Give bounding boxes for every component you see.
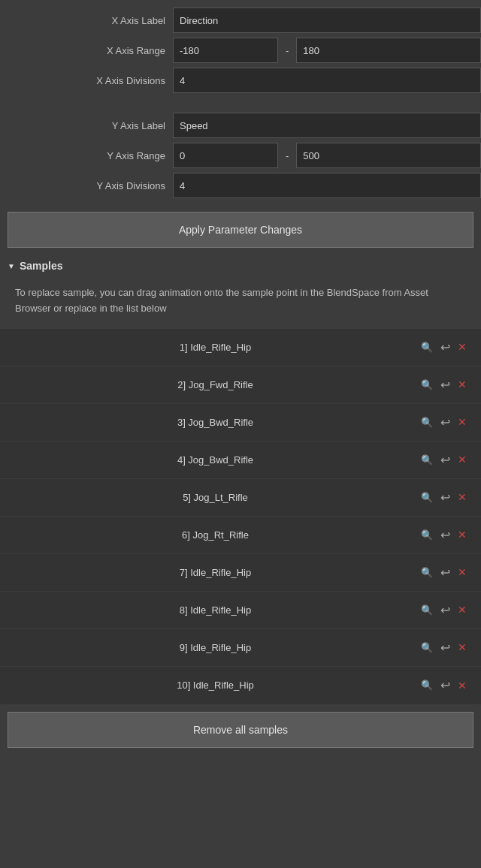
search-icon[interactable]: 🔍 bbox=[419, 565, 435, 580]
sample-name: 5] Jog_Lt_Rifle bbox=[12, 492, 419, 503]
replace-icon[interactable]: ↩ bbox=[438, 451, 452, 469]
y-axis-divisions-row: Y Axis Divisions bbox=[0, 171, 481, 200]
replace-icon[interactable]: ↩ bbox=[438, 526, 452, 544]
sample-name: 9] Idle_Rifle_Hip bbox=[12, 642, 419, 653]
list-item: 7] Idle_Rifle_Hip🔍↩✕ bbox=[0, 554, 481, 592]
search-icon[interactable]: 🔍 bbox=[419, 340, 435, 354]
delete-icon[interactable]: ✕ bbox=[455, 640, 469, 655]
list-item: 5] Jog_Lt_Rifle🔍↩✕ bbox=[0, 479, 481, 517]
replace-icon[interactable]: ↩ bbox=[438, 677, 452, 694]
sample-name: 10] Idle_Rifle_Hip bbox=[12, 680, 419, 691]
delete-icon[interactable]: ✕ bbox=[455, 527, 469, 542]
y-axis-section: Y Axis Label Y Axis Range - Y Axis Divis… bbox=[0, 105, 481, 204]
x-axis-range-group: - bbox=[173, 38, 481, 63]
search-icon[interactable]: 🔍 bbox=[419, 640, 435, 655]
x-axis-label-row: X Axis Label bbox=[0, 6, 481, 35]
search-icon[interactable]: 🔍 bbox=[419, 415, 435, 429]
replace-icon[interactable]: ↩ bbox=[438, 564, 452, 581]
x-axis-range-row: X Axis Range - bbox=[0, 36, 481, 65]
x-axis-range-max-input[interactable] bbox=[296, 38, 481, 63]
y-axis-range-row: Y Axis Range - bbox=[0, 141, 481, 170]
sample-actions: 🔍↩✕ bbox=[419, 339, 469, 356]
sample-actions: 🔍↩✕ bbox=[419, 376, 469, 393]
y-axis-range-separator: - bbox=[278, 150, 296, 161]
delete-icon[interactable]: ✕ bbox=[455, 490, 469, 505]
samples-section: ▼ Samples To replace sample, you can dra… bbox=[0, 255, 481, 704]
y-axis-range-label: Y Axis Range bbox=[0, 150, 173, 161]
apply-parameter-changes-button[interactable]: Apply Parameter Changes bbox=[8, 212, 473, 248]
sample-name: 3] Jog_Bwd_Rifle bbox=[12, 417, 419, 428]
list-item: 3] Jog_Bwd_Rifle🔍↩✕ bbox=[0, 404, 481, 442]
x-axis-label-input[interactable] bbox=[173, 8, 481, 33]
sample-name: 2] Jog_Fwd_Rifle bbox=[12, 379, 419, 390]
samples-header: ▼ Samples bbox=[0, 255, 481, 276]
sample-name: 7] Idle_Rifle_Hip bbox=[12, 567, 419, 578]
search-icon[interactable]: 🔍 bbox=[419, 453, 435, 467]
sample-name: 4] Jog_Bwd_Rifle bbox=[12, 454, 419, 466]
search-icon[interactable]: 🔍 bbox=[419, 378, 435, 392]
y-axis-range-group: - bbox=[173, 143, 481, 168]
x-axis-section: X Axis Label X Axis Range - X Axis Divis… bbox=[0, 0, 481, 99]
samples-title: Samples bbox=[20, 260, 63, 272]
search-icon[interactable]: 🔍 bbox=[419, 490, 435, 505]
samples-hint: To replace sample, you can drag animatio… bbox=[0, 276, 481, 329]
list-item: 2] Jog_Fwd_Rifle🔍↩✕ bbox=[0, 366, 481, 404]
y-axis-range-min-input[interactable] bbox=[173, 143, 278, 168]
delete-icon[interactable]: ✕ bbox=[455, 452, 469, 467]
list-item: 10] Idle_Rifle_Hip🔍↩✕ bbox=[0, 667, 481, 704]
x-axis-divisions-label: X Axis Divisions bbox=[0, 75, 173, 86]
collapse-icon: ▼ bbox=[8, 262, 15, 270]
sample-actions: 🔍↩✕ bbox=[419, 526, 469, 544]
list-item: 6] Jog_Rt_Rifle🔍↩✕ bbox=[0, 517, 481, 554]
search-icon[interactable]: 🔍 bbox=[419, 528, 435, 542]
sample-name: 6] Jog_Rt_Rifle bbox=[12, 529, 419, 541]
y-axis-range-max-input[interactable] bbox=[296, 143, 481, 168]
replace-icon[interactable]: ↩ bbox=[438, 601, 452, 619]
delete-icon[interactable]: ✕ bbox=[455, 339, 469, 354]
delete-icon[interactable]: ✕ bbox=[455, 414, 469, 429]
sample-actions: 🔍↩✕ bbox=[419, 601, 469, 619]
y-axis-divisions-label: Y Axis Divisions bbox=[0, 180, 173, 191]
delete-icon[interactable]: ✕ bbox=[455, 565, 469, 580]
sample-actions: 🔍↩✕ bbox=[419, 489, 469, 506]
search-icon[interactable]: 🔍 bbox=[419, 678, 435, 692]
x-axis-range-separator: - bbox=[278, 45, 296, 56]
x-axis-divisions-input[interactable] bbox=[173, 68, 481, 93]
search-icon[interactable]: 🔍 bbox=[419, 603, 435, 617]
delete-icon[interactable]: ✕ bbox=[455, 377, 469, 392]
sample-actions: 🔍↩✕ bbox=[419, 414, 469, 431]
y-axis-label-input[interactable] bbox=[173, 113, 481, 138]
x-axis-range-label: X Axis Range bbox=[0, 45, 173, 56]
sample-actions: 🔍↩✕ bbox=[419, 451, 469, 469]
list-item: 9] Idle_Rifle_Hip🔍↩✕ bbox=[0, 629, 481, 667]
sample-actions: 🔍↩✕ bbox=[419, 677, 469, 694]
y-axis-divisions-input[interactable] bbox=[173, 173, 481, 198]
replace-icon[interactable]: ↩ bbox=[438, 639, 452, 656]
sample-name: 1] Idle_Rifle_Hip bbox=[12, 342, 419, 353]
list-item: 4] Jog_Bwd_Rifle🔍↩✕ bbox=[0, 442, 481, 479]
delete-icon[interactable]: ✕ bbox=[455, 678, 469, 693]
delete-icon[interactable]: ✕ bbox=[455, 602, 469, 617]
replace-icon[interactable]: ↩ bbox=[438, 376, 452, 393]
y-axis-label-label: Y Axis Label bbox=[0, 120, 173, 131]
sample-actions: 🔍↩✕ bbox=[419, 639, 469, 656]
y-axis-label-row: Y Axis Label bbox=[0, 111, 481, 140]
list-item: 8] Idle_Rifle_Hip🔍↩✕ bbox=[0, 592, 481, 629]
replace-icon[interactable]: ↩ bbox=[438, 339, 452, 356]
settings-panel: X Axis Label X Axis Range - X Axis Divis… bbox=[0, 0, 481, 748]
x-axis-label-label: X Axis Label bbox=[0, 15, 173, 26]
replace-icon[interactable]: ↩ bbox=[438, 489, 452, 506]
sample-actions: 🔍↩✕ bbox=[419, 564, 469, 581]
samples-list: 1] Idle_Rifle_Hip🔍↩✕2] Jog_Fwd_Rifle🔍↩✕3… bbox=[0, 329, 481, 704]
list-item: 1] Idle_Rifle_Hip🔍↩✕ bbox=[0, 329, 481, 366]
replace-icon[interactable]: ↩ bbox=[438, 414, 452, 431]
x-axis-divisions-row: X Axis Divisions bbox=[0, 66, 481, 95]
x-axis-range-min-input[interactable] bbox=[173, 38, 278, 63]
remove-all-samples-button[interactable]: Remove all samples bbox=[8, 712, 473, 748]
sample-name: 8] Idle_Rifle_Hip bbox=[12, 604, 419, 616]
